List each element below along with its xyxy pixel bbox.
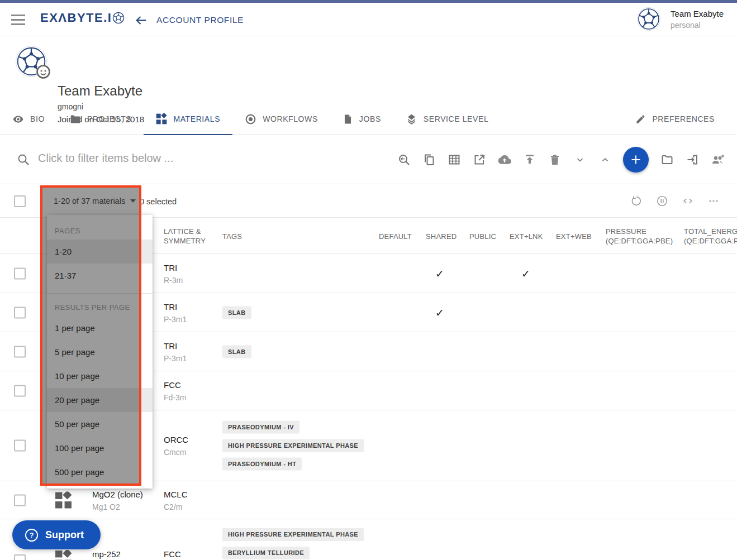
menu-item-per-page[interactable]: 500 per page (47, 460, 153, 484)
copy-icon[interactable] (422, 153, 436, 166)
column-lattice-symmetry[interactable]: LATTICE &SYMMETRY (164, 227, 206, 246)
cloud-upload-icon[interactable] (498, 153, 511, 166)
lattice-cell: ORCC Cmcm (164, 435, 188, 457)
folder-open-icon[interactable] (660, 153, 674, 166)
tag-chip: HIGH PRESSURE EXPERIMENTAL PHASE (222, 528, 364, 541)
add-material-button[interactable] (623, 147, 649, 173)
lattice-cell: MCLC C2/m (164, 489, 188, 511)
exabyte-logo[interactable]: EXΛBYTE.I (40, 11, 125, 25)
import-icon[interactable] (686, 153, 699, 166)
tab-preferences[interactable]: PREFERENCES (623, 103, 727, 135)
menu-icon[interactable] (11, 15, 25, 25)
delete-icon[interactable] (548, 153, 562, 166)
tab-materials[interactable]: MATERIALS (144, 103, 232, 135)
column-default[interactable]: DEFAULT (379, 232, 412, 241)
tags-cell: SLAB (222, 345, 251, 358)
column-pressure[interactable]: PRESSURE(QE:DFT:GGA:PBE) (606, 227, 673, 246)
column-total-energy[interactable]: TOTAL_ENERGY(QE:DFT:GGA:PBE) (684, 227, 737, 246)
table-row[interactable]: mp-252 FCC HIGH PRESSURE EXPERIMENTAL PH… (0, 519, 737, 560)
support-button[interactable]: ? Support (12, 520, 101, 549)
tab-projects-label: PROJECTS (87, 114, 131, 123)
table-toolbar: 1-20 of 37 materials 0 selected (0, 184, 737, 218)
account-menu[interactable]: Team Exabyte personal (637, 7, 724, 31)
filter-bar: Click to filter items below ... (0, 135, 737, 184)
menu-item-per-page[interactable]: 1 per page (47, 316, 153, 340)
tag-chip: PRASEODYMIUM - HT (222, 458, 302, 471)
pause-circle-icon[interactable] (656, 195, 668, 207)
ext-lnk-check: ✓ (510, 267, 541, 280)
row-checkbox[interactable] (14, 307, 26, 318)
account-profile-page: EXΛBYTE.I ACCOUNT PROFILE (0, 0, 737, 560)
more-horizontal-icon[interactable] (707, 195, 720, 207)
document-icon (343, 114, 353, 125)
eye-icon (12, 113, 24, 125)
lattice-cell: TRI P-3m1 (164, 301, 187, 323)
table-grid-icon[interactable] (448, 153, 461, 166)
pagination-dropdown-trigger[interactable]: 1-20 of 37 materials (54, 197, 136, 205)
account-type: personal (671, 21, 724, 30)
menu-item-page[interactable]: 1-20 (47, 240, 153, 264)
chevron-up-icon[interactable] (598, 153, 612, 166)
row-checkbox[interactable] (14, 267, 26, 279)
tags-cell: SLAB (222, 306, 251, 319)
materials-icon (156, 113, 167, 125)
tags-cell: HIGH PRESSURE EXPERIMENTAL PHASE BERYLLI… (222, 528, 364, 559)
column-shared[interactable]: SHARED (426, 232, 457, 241)
select-all-checkbox[interactable] (14, 195, 26, 207)
profile-tabs: BIO PROJECTS MATERIALS WORKFLOWS JOBS (0, 103, 737, 135)
column-ext-lnk[interactable]: EXT+LNK (510, 232, 543, 241)
menu-item-per-page[interactable]: 20 per page (47, 388, 153, 412)
row-checkbox[interactable] (14, 440, 26, 452)
tab-service-level[interactable]: SERVICE LEVEL (393, 103, 501, 135)
material-icon (55, 550, 72, 560)
row-checkbox[interactable] (14, 346, 26, 357)
tag-chip: HIGH PRESSURE EXPERIMENTAL PHASE (222, 439, 364, 452)
shared-check: ✓ (424, 306, 455, 319)
tab-bio[interactable]: BIO (0, 103, 57, 135)
column-tags[interactable]: TAGS (222, 232, 242, 241)
tab-materials-label: MATERIALS (173, 114, 220, 123)
group-add-icon[interactable] (711, 153, 724, 166)
soccer-ball-icon (112, 12, 125, 24)
tags-cell: PRASEODYMIUM - IV HIGH PRESSURE EXPERIME… (222, 421, 364, 471)
menu-item-per-page[interactable]: 50 per page (47, 412, 153, 436)
menu-item-page[interactable]: 21-37 (47, 264, 153, 288)
selected-count: 0 selected (140, 197, 177, 206)
pagination-menu: PAGES 1-20 21-37 RESULTS PER PAGE 1 per … (47, 215, 153, 489)
search-results-icon[interactable] (397, 153, 411, 166)
folder-icon (69, 113, 81, 125)
search-icon (17, 153, 30, 166)
tab-service-level-label: SERVICE LEVEL (424, 114, 489, 123)
tab-projects[interactable]: PROJECTS (57, 103, 144, 135)
tab-jobs[interactable]: JOBS (330, 103, 393, 135)
row-checkbox[interactable] (14, 385, 26, 396)
material-name-cell: MgO2 (clone) Mg1 O2 (92, 489, 143, 511)
tab-jobs-label: JOBS (359, 114, 381, 123)
filter-input[interactable]: Click to filter items below ... (38, 152, 351, 165)
open-in-new-icon[interactable] (473, 153, 486, 166)
lattice-cell: FCC (164, 549, 181, 559)
tag-chip: BERYLLIUM TELLURIDE (222, 547, 310, 559)
column-ext-web[interactable]: EXT+WEB (556, 232, 592, 241)
menu-per-page-header: RESULTS PER PAGE (47, 299, 153, 316)
back-arrow-icon[interactable] (134, 13, 148, 27)
column-public[interactable]: PUBLIC (469, 232, 496, 241)
code-icon[interactable] (682, 195, 694, 207)
account-avatar (637, 7, 660, 31)
row-checkbox[interactable] (14, 554, 26, 560)
support-label: Support (45, 529, 84, 541)
chevron-down-icon[interactable] (573, 153, 587, 166)
lattice-cell: TRI R-3m (164, 262, 183, 284)
tab-preferences-label: PREFERENCES (652, 114, 715, 123)
refresh-icon[interactable] (630, 195, 643, 207)
lattice-cell: FCC Fd-3m (164, 380, 186, 401)
profile-header: Team Exabyte gmogni Joined on Oct 15, 20… (0, 36, 737, 103)
tab-workflows[interactable]: WORKFLOWS (232, 103, 330, 135)
help-icon: ? (25, 528, 39, 542)
menu-item-per-page[interactable]: 10 per page (47, 364, 153, 388)
menu-item-per-page[interactable]: 5 per page (47, 340, 153, 364)
upload-icon[interactable] (523, 153, 536, 166)
row-checkbox[interactable] (14, 494, 26, 506)
menu-item-per-page[interactable]: 100 per page (47, 436, 153, 460)
svg-text:?: ? (30, 532, 34, 539)
